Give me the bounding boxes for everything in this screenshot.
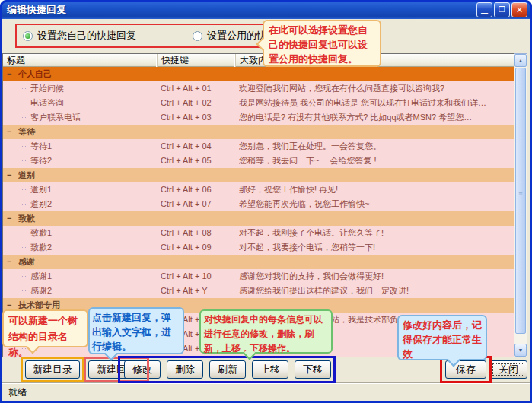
tree-item-row[interactable]: 电话咨询Ctrl + Alt + 02我是网站接待员 我公司的电话是 您可以现在… (3, 96, 514, 110)
expander-icon[interactable]: − (7, 255, 16, 269)
status-text: 就绪 (8, 386, 27, 399)
row-title: 个人自己 (18, 67, 155, 81)
tree-connector-icon (21, 154, 27, 161)
tree-connector-icon (21, 182, 27, 190)
row-shortcut: Ctrl + Alt + 07 (161, 197, 235, 211)
callout-save-hint: 修改好内容后，记得保存才能正常生效 (397, 315, 487, 360)
row-title: 致歉 (18, 211, 155, 226)
tree-connector-icon (21, 197, 27, 205)
close-button[interactable]: 关闭 (489, 360, 527, 379)
tree-item-row[interactable]: 道别1Ctrl + Alt + 06那好，祝您工作愉快! 再见! (3, 182, 514, 197)
tree-connector-icon (21, 269, 27, 277)
reply-scope-radio-group: 设置您自己的快捷回复 设置公用的快捷回复 (23, 29, 296, 43)
tree-item-row[interactable]: 致歉2Ctrl + Alt + 09对不起，我要接个电话，您稍等一下! (3, 240, 514, 255)
expander-icon[interactable]: − (7, 211, 16, 226)
minimize-button[interactable]: — (476, 2, 492, 17)
maximize-icon: ❐ (495, 3, 509, 17)
tree-category-row[interactable]: −个人自己 (3, 67, 514, 81)
tree-connector-icon (21, 96, 27, 103)
radio-selected-icon[interactable] (23, 31, 33, 41)
row-title: 感谢2 (30, 284, 156, 298)
move-down-button[interactable]: 下移 (295, 360, 331, 379)
row-content: 我是网站接待员 我公司的电话是 您可以现在打电话过来和我们详… (239, 96, 512, 110)
edit-quick-reply-dialog: 标题 快捷键 大致内容 −个人自己开始问候Ctrl + Alt + 01欢迎登陆… (0, 0, 532, 403)
modify-button[interactable]: 修改 (124, 360, 161, 379)
title-bar[interactable]: 编辑快捷回复 — ❐ ✕ (0, 0, 532, 19)
tree-connector-icon (21, 226, 27, 233)
callout-scope-hint: 在此可以选择设置您自己的快捷回复也可以设置公用的快捷回复。 (263, 20, 381, 67)
row-content: 感谢您对我们的支持，我们会做得更好! (239, 269, 512, 284)
refresh-button[interactable]: 刷新 (209, 360, 246, 379)
tree-item-row[interactable]: 客户联系电话Ctrl + Alt + 03您的电话是? 有没有其他联系方式? 比… (3, 110, 514, 125)
header-shortcut[interactable]: 快捷键 (158, 54, 236, 67)
row-title: 致歉1 (30, 226, 156, 240)
tree-connector-icon (21, 110, 27, 118)
tree-item-row[interactable]: 道别2Ctrl + Alt + 07希望您能再次光临，祝您工作愉快~ (3, 197, 514, 211)
move-up-button[interactable]: 上移 (252, 360, 288, 379)
row-shortcut: Ctrl + Alt + 03 (161, 110, 235, 125)
tree-connector-icon (21, 139, 27, 147)
window-title: 编辑快捷回复 (7, 3, 66, 17)
row-title: 等待1 (30, 139, 156, 154)
row-title: 感谢 (18, 255, 155, 269)
scroll-down-icon[interactable]: ▼ (514, 344, 527, 357)
row-content: 您的电话是? 有没有其他联系方式? 比如qq或者MSN? 希望您… (239, 110, 512, 125)
radio-unselected-icon[interactable] (193, 31, 202, 41)
tree-item-row[interactable]: 开始问候Ctrl + Alt + 01欢迎登陆我们网站，您现在有什么问题直接可以… (3, 81, 514, 96)
list-header: 标题 快捷键 大致内容 (3, 54, 514, 67)
row-shortcut: Ctrl + Alt + 10 (161, 269, 235, 284)
row-title: 道别 (18, 168, 155, 182)
tree-connector-icon (21, 240, 27, 248)
close-window-button[interactable]: ✕ (511, 2, 527, 17)
scroll-up-icon[interactable]: ▲ (514, 54, 527, 67)
tree-category-row[interactable]: −感谢 (3, 255, 514, 269)
row-content: 对不起，我要接个电话，您稍等一下! (239, 240, 512, 255)
scrollbar-thumb[interactable]: ≡ (515, 68, 526, 334)
tree-item-row[interactable]: 感谢2Ctrl + Alt + Y感谢您给我们提出这样的建议，我们一定改进! (3, 284, 514, 298)
tree-item-row[interactable]: 感谢1Ctrl + Alt + 10感谢您对我们的支持，我们会做得更好! (3, 269, 514, 284)
tree-category-row[interactable]: −致歉 (3, 211, 514, 226)
row-title: 客户联系电话 (30, 110, 156, 125)
row-title: 道别2 (30, 197, 156, 211)
delete-button[interactable]: 删除 (167, 360, 203, 379)
row-shortcut: Ctrl + Alt + 04 (161, 139, 235, 154)
close-icon: ✕ (512, 3, 527, 17)
tree-item-row[interactable]: 等待1Ctrl + Alt + 04您别急，我们正在处理。一会答复您。 (3, 139, 514, 154)
scrollbar-grip-icon: ≡ (516, 190, 525, 198)
callout-actions-hint: 对快捷回复中的每条信息可以进行任意的修改，删除，刷新，上移，下移操作。 (199, 309, 333, 354)
row-title: 致歉2 (30, 240, 156, 255)
header-title[interactable]: 标题 (3, 54, 158, 67)
new-folder-button[interactable]: 新建目录 (25, 360, 80, 379)
row-shortcut: Ctrl + Alt + 08 (161, 226, 235, 240)
row-shortcut: Ctrl + Alt + 02 (161, 96, 235, 110)
row-content: 对不起，我刚接了个电话。让您久等了! (239, 226, 512, 240)
callout-actions-text: 对快捷回复中的每条信息可以进行任意的修改，删除，刷新，上移，下移操作。 (204, 314, 323, 354)
minimize-icon: — (477, 3, 492, 23)
row-shortcut: Ctrl + Alt + 06 (161, 182, 235, 197)
radio-own-label: 设置您自己的快捷回复 (37, 29, 136, 43)
maximize-button[interactable]: ❐ (494, 2, 510, 17)
tree-connector-icon (21, 284, 27, 291)
row-title: 电话咨询 (30, 96, 156, 110)
row-title: 开始问候 (30, 81, 156, 96)
callout-new-folder-hint: 可以新建一个树结构的目录名称。 (2, 309, 88, 347)
expander-icon[interactable]: − (7, 67, 16, 81)
row-content: 您稍等，我去问一下~ 一会给您答复 ! (239, 154, 512, 168)
tree-category-row[interactable]: −等待 (3, 125, 514, 139)
tree-item-row[interactable]: 致歉1Ctrl + Alt + 08对不起，我刚接了个电话。让您久等了! (3, 226, 514, 240)
row-title: 道别1 (30, 182, 156, 197)
expander-icon[interactable]: − (7, 168, 16, 182)
row-title: 等待2 (30, 154, 156, 168)
tree-category-row[interactable]: −道别 (3, 168, 514, 182)
callout-new-reply-hint: 点击新建回复，弹出输入文字框，进行编辑。 (88, 307, 184, 354)
row-shortcut: Ctrl + Alt + 01 (161, 81, 235, 96)
vertical-scrollbar[interactable]: ▲ ≡ ▼ (514, 53, 527, 357)
row-content: 您别急，我们正在处理。一会答复您。 (239, 139, 512, 154)
row-content: 欢迎登陆我们网站，您现在有什么问题直接可以咨询我? (239, 81, 512, 96)
radio-own-replies[interactable]: 设置您自己的快捷回复 (23, 29, 136, 43)
expander-icon[interactable]: − (7, 125, 16, 139)
tree-item-row[interactable]: 等待2Ctrl + Alt + 05您稍等，我去问一下~ 一会给您答复 ! (3, 154, 514, 168)
row-shortcut: Ctrl + Alt + 05 (161, 154, 235, 168)
tree-connector-icon (21, 81, 27, 89)
row-content: 感谢您给我们提出这样的建议，我们一定改进! (239, 284, 512, 298)
